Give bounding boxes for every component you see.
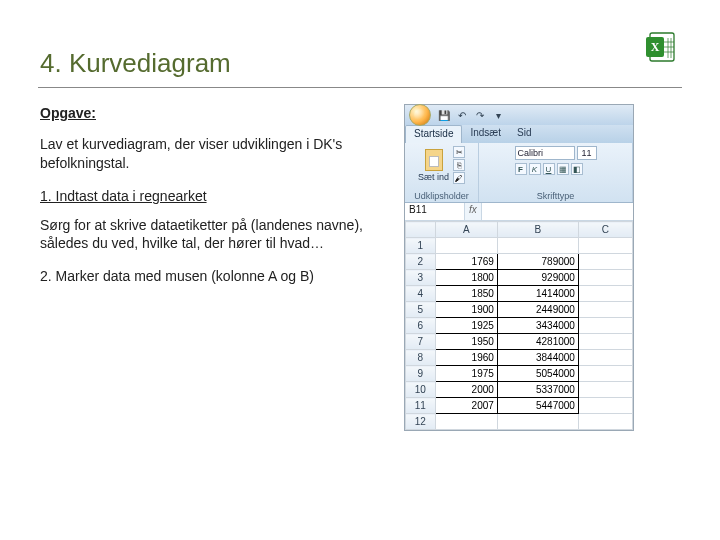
cell[interactable] — [578, 334, 632, 350]
format-painter-icon[interactable]: 🖌 — [453, 172, 465, 184]
cell[interactable] — [578, 350, 632, 366]
cell[interactable] — [497, 414, 578, 430]
cell[interactable] — [578, 238, 632, 254]
row-header[interactable]: 11 — [406, 398, 436, 414]
row-header[interactable]: 8 — [406, 350, 436, 366]
row-header[interactable]: 6 — [406, 318, 436, 334]
paste-label: Sæt ind — [418, 172, 449, 182]
slide-title: 4. Kurvediagram — [40, 48, 720, 79]
cell[interactable]: 1975 — [435, 366, 497, 382]
step-1: 1. Indtast data i regnearket — [40, 187, 380, 206]
cell[interactable]: 5054000 — [497, 366, 578, 382]
cell[interactable] — [578, 286, 632, 302]
cell[interactable]: 789000 — [497, 254, 578, 270]
save-icon[interactable]: 💾 — [437, 108, 451, 122]
qat-dropdown-icon[interactable]: ▾ — [491, 108, 505, 122]
tab-layout[interactable]: Sid — [509, 125, 539, 143]
cell[interactable]: 5337000 — [497, 382, 578, 398]
cell[interactable]: 2007 — [435, 398, 497, 414]
cell[interactable]: 1800 — [435, 270, 497, 286]
fill-color-button[interactable]: ◧ — [571, 163, 583, 175]
cell[interactable]: 3844000 — [497, 350, 578, 366]
font-size-select[interactable]: 11 — [577, 146, 597, 160]
row-header[interactable]: 1 — [406, 238, 436, 254]
ribbon: Sæt ind ✂ ⎘ 🖌 Udklipsholder — [405, 143, 633, 203]
row-header[interactable]: 5 — [406, 302, 436, 318]
cut-icon[interactable]: ✂ — [453, 146, 465, 158]
cell[interactable]: 2000 — [435, 382, 497, 398]
cell[interactable] — [578, 414, 632, 430]
spreadsheet-grid[interactable]: A B C 1217697890003180092900041850141400… — [405, 221, 633, 430]
row-header[interactable]: 2 — [406, 254, 436, 270]
bold-button[interactable]: F — [515, 163, 527, 175]
row-header[interactable]: 9 — [406, 366, 436, 382]
border-button[interactable]: ▦ — [557, 163, 569, 175]
task-heading: Opgave: — [40, 104, 380, 123]
tab-insert[interactable]: Indsæt — [462, 125, 509, 143]
excel-window: 💾 ↶ ↷ ▾ Startside Indsæt Sid Sæ — [404, 104, 634, 431]
cell[interactable]: 1850 — [435, 286, 497, 302]
title-divider — [38, 87, 682, 88]
row-header[interactable]: 4 — [406, 286, 436, 302]
excel-logo: X — [644, 30, 678, 64]
cell[interactable]: 1960 — [435, 350, 497, 366]
row-header[interactable]: 12 — [406, 414, 436, 430]
cell[interactable] — [578, 302, 632, 318]
cell[interactable] — [578, 366, 632, 382]
cell[interactable]: 1925 — [435, 318, 497, 334]
cell[interactable] — [497, 238, 578, 254]
cell[interactable]: 929000 — [497, 270, 578, 286]
font-group-label: Skrifttype — [537, 191, 575, 201]
row-header[interactable]: 7 — [406, 334, 436, 350]
office-button[interactable] — [409, 104, 431, 126]
cell[interactable]: 4281000 — [497, 334, 578, 350]
task-intro: Lav et kurvediagram, der viser udvikling… — [40, 135, 380, 173]
col-header-B[interactable]: B — [497, 222, 578, 238]
cell[interactable] — [435, 414, 497, 430]
paste-icon — [425, 149, 443, 171]
svg-text:X: X — [651, 40, 660, 54]
cell[interactable]: 1900 — [435, 302, 497, 318]
italic-button[interactable]: K — [529, 163, 541, 175]
step-1-hint: Sørg for at skrive dataetiketter på (lan… — [40, 216, 380, 254]
fx-icon[interactable]: fx — [465, 203, 482, 220]
ribbon-tabs: Startside Indsæt Sid — [405, 125, 633, 143]
tab-home[interactable]: Startside — [405, 125, 462, 143]
cell[interactable]: 1950 — [435, 334, 497, 350]
selectall-corner[interactable] — [406, 222, 436, 238]
cell[interactable] — [578, 270, 632, 286]
copy-icon[interactable]: ⎘ — [453, 159, 465, 171]
cell[interactable] — [435, 238, 497, 254]
cell[interactable]: 5447000 — [497, 398, 578, 414]
cell[interactable] — [578, 398, 632, 414]
step-2: 2. Marker data med musen (kolonne A og B… — [40, 267, 380, 286]
instructions: Opgave: Lav et kurvediagram, der viser u… — [40, 104, 380, 431]
cell[interactable] — [578, 254, 632, 270]
paste-button[interactable]: Sæt ind — [418, 149, 449, 182]
redo-icon[interactable]: ↷ — [473, 108, 487, 122]
underline-button[interactable]: U — [543, 163, 555, 175]
undo-icon[interactable]: ↶ — [455, 108, 469, 122]
cell[interactable]: 2449000 — [497, 302, 578, 318]
cell[interactable]: 1769 — [435, 254, 497, 270]
font-name-select[interactable]: Calibri — [515, 146, 575, 160]
formula-bar[interactable] — [482, 203, 633, 220]
row-header[interactable]: 10 — [406, 382, 436, 398]
col-header-C[interactable]: C — [578, 222, 632, 238]
cell[interactable] — [578, 382, 632, 398]
col-header-A[interactable]: A — [435, 222, 497, 238]
cell[interactable]: 3434000 — [497, 318, 578, 334]
cell[interactable] — [578, 318, 632, 334]
row-header[interactable]: 3 — [406, 270, 436, 286]
clipboard-group-label: Udklipsholder — [414, 191, 469, 201]
cell[interactable]: 1414000 — [497, 286, 578, 302]
name-box[interactable]: B11 — [405, 203, 465, 220]
